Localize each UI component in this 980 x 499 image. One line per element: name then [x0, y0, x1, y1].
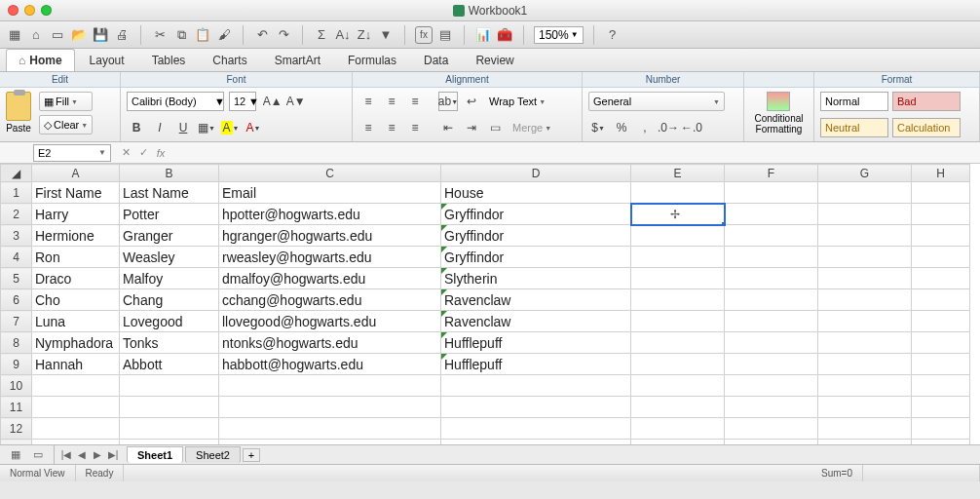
- cell-D3[interactable]: Gryffindor: [441, 225, 631, 247]
- col-header-C[interactable]: C: [219, 165, 441, 182]
- cell-A9[interactable]: Hannah: [32, 354, 120, 375]
- cell-A10[interactable]: [32, 375, 120, 397]
- cell-D4[interactable]: Gryffindor: [441, 247, 631, 268]
- cell-A3[interactable]: Hermione: [32, 225, 120, 247]
- cell-A1[interactable]: First Name: [32, 182, 120, 204]
- show-formulas-icon[interactable]: ▤: [436, 26, 454, 44]
- comma-button[interactable]: ,: [635, 118, 655, 137]
- cell-C12[interactable]: [219, 418, 441, 440]
- cell-B13[interactable]: [120, 440, 219, 445]
- cell-D10[interactable]: [441, 375, 631, 397]
- cell-C6[interactable]: cchang@hogwarts.edu: [219, 289, 441, 311]
- cell-B7[interactable]: Lovegood: [120, 311, 219, 332]
- cell-F12[interactable]: [725, 418, 818, 440]
- underline-button[interactable]: U: [173, 118, 193, 137]
- cell-H6[interactable]: [912, 289, 970, 311]
- cell-D5[interactable]: Slytherin: [441, 268, 631, 289]
- cell-H8[interactable]: [912, 332, 970, 354]
- cell-G8[interactable]: [818, 332, 912, 354]
- cell-C4[interactable]: rweasley@hogwarts.edu: [219, 247, 441, 268]
- row-header-12[interactable]: 12: [1, 418, 32, 440]
- cell-B10[interactable]: [120, 375, 219, 397]
- sort-asc-icon[interactable]: A↓: [334, 26, 352, 44]
- row-header-2[interactable]: 2: [1, 204, 32, 225]
- col-header-H[interactable]: H: [912, 165, 970, 182]
- row-header-7[interactable]: 7: [1, 311, 32, 332]
- style-bad[interactable]: Bad: [892, 92, 961, 111]
- style-calculation[interactable]: Calculation: [892, 118, 961, 137]
- cell-B5[interactable]: Malfoy: [120, 268, 219, 289]
- cell-C11[interactable]: [219, 397, 441, 418]
- increase-indent-icon[interactable]: ⇥: [462, 118, 481, 137]
- cell-A2[interactable]: Harry: [32, 204, 120, 225]
- cell-C7[interactable]: llovegood@hogwarts.edu: [219, 311, 441, 332]
- cancel-formula-button[interactable]: ✕: [117, 144, 134, 162]
- paste-button[interactable]: Paste: [6, 92, 31, 134]
- cell-F2[interactable]: [725, 204, 818, 225]
- cell-A5[interactable]: Draco: [32, 268, 120, 289]
- align-center-icon[interactable]: ≡: [382, 118, 401, 137]
- zoom-select[interactable]: 150%▼: [534, 26, 584, 44]
- cell-G3[interactable]: [818, 225, 912, 247]
- cell-B6[interactable]: Chang: [120, 289, 219, 311]
- sort-desc-icon[interactable]: Z↓: [356, 26, 373, 44]
- cell-G13[interactable]: [818, 440, 912, 445]
- cell-A11[interactable]: [32, 397, 120, 418]
- name-box[interactable]: E2▼: [33, 144, 111, 162]
- cell-F11[interactable]: [725, 397, 818, 418]
- cell-H2[interactable]: [912, 204, 970, 225]
- cell-G1[interactable]: [818, 182, 912, 204]
- add-sheet-button[interactable]: +: [243, 448, 260, 462]
- cell-E7[interactable]: [631, 311, 725, 332]
- cell-H11[interactable]: [912, 397, 970, 418]
- tab-home[interactable]: ⌂Home: [6, 49, 75, 71]
- cell-G4[interactable]: [818, 247, 912, 268]
- cell-F10[interactable]: [725, 375, 818, 397]
- cell-E6[interactable]: [631, 289, 725, 311]
- row-header-1[interactable]: 1: [1, 182, 32, 204]
- sheet-nav-last[interactable]: ▶|: [105, 449, 121, 460]
- toolbox-icon[interactable]: 🧰: [496, 26, 513, 44]
- row-header-5[interactable]: 5: [1, 268, 32, 289]
- autosum-icon[interactable]: Σ: [313, 26, 330, 44]
- border-button[interactable]: ▦▼: [197, 118, 216, 137]
- cell-E2[interactable]: ✢: [631, 204, 725, 225]
- cell-F4[interactable]: [725, 247, 818, 268]
- cell-H12[interactable]: [912, 418, 970, 440]
- cell-F3[interactable]: [725, 225, 818, 247]
- cell-G7[interactable]: [818, 311, 912, 332]
- sheet-nav-prev[interactable]: ◀: [74, 449, 90, 460]
- cell-H10[interactable]: [912, 375, 970, 397]
- cell-A4[interactable]: Ron: [32, 247, 120, 268]
- cell-E4[interactable]: [631, 247, 725, 268]
- tab-layout[interactable]: Layout: [77, 49, 137, 71]
- cell-C13[interactable]: [219, 440, 441, 445]
- align-middle-icon[interactable]: ≡: [382, 92, 401, 111]
- cell-F8[interactable]: [725, 332, 818, 354]
- select-all-cell[interactable]: ◢: [1, 165, 32, 182]
- increase-decimal-icon[interactable]: .0→: [659, 118, 678, 137]
- font-color-button[interactable]: A▼: [244, 118, 263, 137]
- tab-data[interactable]: Data: [411, 49, 461, 71]
- row-header-4[interactable]: 4: [1, 247, 32, 268]
- redo-icon[interactable]: ↷: [275, 26, 292, 44]
- cell-E12[interactable]: [631, 418, 725, 440]
- merge-icon[interactable]: ▭: [485, 118, 505, 137]
- tab-review[interactable]: Review: [463, 49, 526, 71]
- cell-D11[interactable]: [441, 397, 631, 418]
- insert-function-button[interactable]: fx: [152, 144, 170, 162]
- filter-icon[interactable]: ▼: [377, 26, 395, 44]
- orientation-button[interactable]: ab▼: [438, 92, 458, 111]
- normal-view-button[interactable]: ▦: [6, 445, 25, 464]
- cell-D7[interactable]: Ravenclaw: [441, 311, 631, 332]
- cut-icon[interactable]: ✂: [151, 26, 169, 44]
- cell-E1[interactable]: [631, 182, 725, 204]
- cell-F7[interactable]: [725, 311, 818, 332]
- cell-E5[interactable]: [631, 268, 725, 289]
- formula-input[interactable]: [170, 144, 980, 162]
- cell-B12[interactable]: [120, 418, 219, 440]
- cell-H13[interactable]: [912, 440, 970, 445]
- cell-D12[interactable]: [441, 418, 631, 440]
- cell-B8[interactable]: Tonks: [120, 332, 219, 354]
- cell-H5[interactable]: [912, 268, 970, 289]
